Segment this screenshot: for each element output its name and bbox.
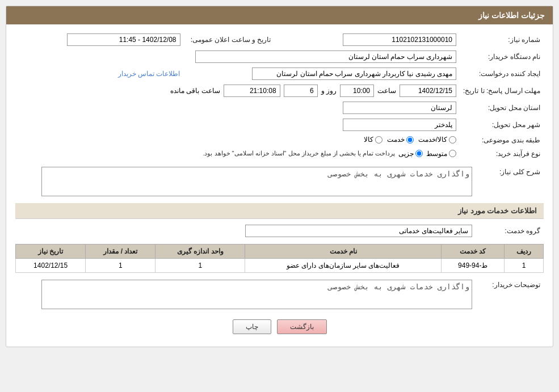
date-label: تاریخ و ساعت اعلان عمومی: — [184, 31, 275, 48]
need-number-label: شماره نیاز: — [460, 31, 544, 48]
need-number-field: 1102102131000010 — [343, 33, 456, 46]
category-kala[interactable]: کالا — [364, 136, 383, 144]
print-button[interactable]: چاپ — [233, 319, 271, 334]
creator-field: مهدی رشیدی نیا کاربردار شهرداری سراب حما… — [252, 68, 456, 80]
general-desc-textarea[interactable] — [41, 167, 472, 196]
contact-link[interactable]: اطلاعات تماس خریدار — [118, 70, 180, 78]
button-bar: بازگشت چاپ — [15, 319, 544, 340]
category-khidmat[interactable]: خدمت — [387, 136, 414, 144]
deadline-remaining-field: 21:10:08 — [224, 85, 280, 97]
deadline-time-label: ساعت — [377, 87, 396, 95]
general-desc-label: شرح کلی نیاز: — [476, 165, 544, 199]
process-mutawassit-label: متوسط — [426, 150, 447, 158]
creator-label: ایجاد کننده درخواست: — [460, 65, 544, 82]
category-radio-kala-khidmat[interactable] — [449, 136, 456, 144]
service-group-field: سایر فعالیت‌های خدماتی — [245, 225, 472, 237]
date-field: 1402/12/08 - 11:45 — [67, 33, 180, 46]
contact-link-cell: اطلاعات تماس خریدار — [15, 65, 184, 82]
col-header-qty: تعداد / مقدار — [86, 244, 155, 258]
col-header-date: تاریخ نیاز — [16, 244, 86, 258]
category-kala-khidmat-label: کالا/خدمت — [418, 136, 447, 144]
process-juzyi-label: جزیی — [398, 150, 414, 158]
process-radio-mutawassit[interactable] — [449, 150, 456, 157]
org-label: نام دستگاه خریدار: — [460, 48, 544, 65]
page-title: جزئیات اطلاعات نیاز — [478, 11, 545, 20]
card-body: شماره نیاز: 1102102131000010 تاریخ و ساع… — [6, 24, 553, 347]
buyer-desc-label: توضیحات خریدار: — [476, 277, 544, 311]
org-value: شهرداری سراب حمام استان لرستان — [15, 48, 460, 65]
general-desc-cell — [15, 165, 476, 199]
deadline-row: 1402/12/15 ساعت 10:00 روز و 6 21:10:08 س… — [15, 82, 460, 99]
cell-row: 1 — [505, 258, 544, 272]
col-header-unit: واحد اندازه گیری — [155, 244, 245, 258]
page-wrapper: جزئیات اطلاعات نیاز شماره نیاز: 11021021… — [0, 0, 559, 392]
info-table-top: شماره نیاز: 1102102131000010 تاریخ و ساع… — [15, 31, 544, 160]
category-kala-label: کالا — [364, 136, 373, 144]
process-mutawassit[interactable]: متوسط — [426, 150, 456, 158]
category-khidmat-label: خدمت — [387, 136, 405, 144]
table-row: 1ط-94-949فعالیت‌های سایر سازمان‌های دارا… — [16, 258, 544, 272]
process-radio-juzyi[interactable] — [415, 150, 423, 157]
date-value: 1402/12/08 - 11:45 — [15, 31, 184, 48]
deadline-remaining-label: ساعت باقی مانده — [170, 87, 220, 95]
category-kala-khidmat[interactable]: کالا/خدمت — [418, 136, 456, 144]
process-row: متوسط جزیی پرداخت تمام یا بخشی از مبلغ خ… — [15, 147, 460, 160]
deadline-day-label: روز و — [321, 87, 337, 95]
cell-date: 1402/12/15 — [16, 258, 86, 272]
back-button[interactable]: بازگشت — [277, 319, 327, 334]
col-header-row: ردیف — [505, 244, 544, 258]
category-radio-kala[interactable] — [375, 136, 383, 144]
category-label: طبقه بندی موضوعی: — [460, 133, 544, 147]
main-card: جزئیات اطلاعات نیاز شماره نیاز: 11021021… — [6, 6, 553, 347]
cell-qty: 1 — [86, 258, 155, 272]
need-number-value: 1102102131000010 — [292, 31, 460, 48]
category-radio-khidmat[interactable] — [406, 136, 414, 144]
service-table: ردیف کد خدمت نام خدمت واحد اندازه گیری ت… — [15, 244, 544, 273]
col-header-code: کد خدمت — [442, 244, 505, 258]
province-field: لرستان — [343, 102, 456, 114]
service-group-value: سایر فعالیت‌های خدماتی — [15, 222, 476, 239]
service-section-header: اطلاعات خدمات مورد نیاز — [15, 203, 544, 219]
process-label: نوع فرآیند خرید: — [460, 147, 544, 160]
info-table-service-group: گروه خدمت: سایر فعالیت‌های خدماتی — [15, 222, 544, 239]
org-field: شهرداری سراب حمام استان لرستان — [195, 50, 456, 63]
deadline-time-field: 10:00 — [340, 85, 374, 97]
info-table-buyer-desc: توضیحات خریدار: — [15, 277, 544, 311]
info-table-desc: شرح کلی نیاز: — [15, 165, 544, 199]
service-group-label: گروه خدمت: — [476, 222, 544, 239]
province-label: استان محل تحویل: — [460, 99, 544, 116]
card-header: جزئیات اطلاعات نیاز — [6, 6, 553, 24]
deadline-day-field: 6 — [284, 85, 318, 97]
creator-value: مهدی رشیدی نیا کاربردار شهرداری سراب حما… — [184, 65, 460, 82]
category-options: کالا/خدمت خدمت کالا — [15, 133, 460, 147]
deadline-date-field: 1402/12/15 — [400, 85, 456, 97]
col-header-name: نام خدمت — [245, 244, 442, 258]
cell-name: فعالیت‌های سایر سازمان‌های دارای عضو — [245, 258, 442, 272]
buyer-desc-cell — [15, 277, 476, 311]
deadline-label: مهلت ارسال پاسخ: تا تاریخ: — [460, 82, 544, 99]
process-note: پرداخت تمام یا بخشی از مبلغ خریداز محل "… — [203, 150, 395, 157]
buyer-desc-textarea[interactable] — [41, 280, 472, 309]
cell-unit: 1 — [155, 258, 245, 272]
process-juzyi[interactable]: جزیی — [398, 150, 423, 158]
city-label: شهر محل تحویل: — [460, 116, 544, 133]
city-field: پلدختر — [343, 119, 456, 131]
cell-code: ط-94-949 — [442, 258, 505, 272]
